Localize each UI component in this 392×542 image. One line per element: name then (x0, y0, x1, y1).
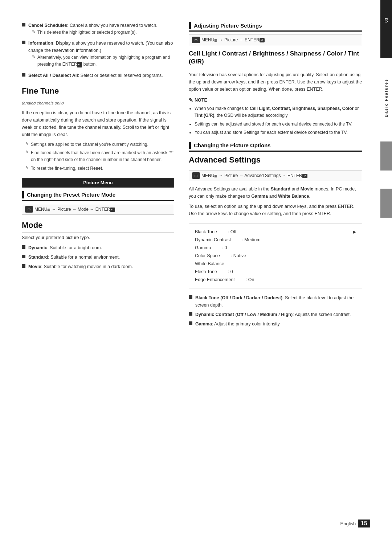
note-box: ✎ NOTE When you make changes to Cell Lig… (189, 97, 362, 136)
bullet-square-dynamic-contrast (189, 312, 192, 316)
advanced-settings-body1: All Advance Settings are available in th… (189, 185, 362, 200)
chapter-number: 03 (384, 17, 388, 22)
fine-tune-note-3-text: To reset the fine-tuning, select Reset. (31, 165, 103, 172)
black-tone-label: Black Tone (195, 229, 217, 234)
mode-dynamic-text: Dynamic: Suitable for a bright room. (28, 244, 102, 251)
main-content: Cancel Schedules: Cancel a show you have… (0, 0, 380, 542)
advanced-settings-path-text: MENU▦ → Picture → Advanced Settings → EN… (201, 173, 307, 178)
cell-light-body: Your television has several options for … (189, 71, 362, 93)
flesh-tone-label: Flesh Tone (195, 269, 217, 274)
note-pencil-icon-main: ✎ (189, 97, 193, 103)
information-text: Information: Display a show you have res… (28, 40, 174, 54)
menu-icon-3: m (192, 172, 200, 179)
bullet-gamma-desc: Gamma: Adjust the primary color intensit… (189, 320, 362, 328)
note-bullets-list: When you make changes to Cell Light, Con… (189, 105, 362, 136)
side-gray-bar (380, 141, 392, 171)
bullet-information: Information: Display a show you have res… (22, 40, 174, 69)
fine-tune-note-2: ✎ Fine tuned channels that have been sav… (22, 149, 174, 163)
bullet-square-standard (22, 255, 25, 258)
adjusting-picture-section: Adjusting Picture Settings m MENU▦ → Pic… (189, 22, 362, 45)
dynamic-contrast-label: Dynamic Contrast (195, 237, 231, 242)
settings-row-dynamic-contrast: Dynamic Contrast : Medium (195, 236, 356, 244)
dynamic-contrast-value: : Medium (231, 237, 356, 242)
right-column: Adjusting Picture Settings m MENU▦ → Pic… (189, 22, 362, 520)
advanced-settings-body2: To use, select an option using the up an… (189, 203, 362, 217)
fine-tune-section: Fine Tune (analog channels only) If the … (22, 86, 174, 172)
cancel-schedules-note-text: This deletes the highlighted or selected… (37, 29, 136, 36)
bullet-square (22, 23, 25, 26)
bullet-square-dynamic (22, 245, 25, 249)
note-bullet-3: You can adjust and store Settings for ea… (195, 129, 362, 136)
settings-row-white-balance: White Balance (195, 260, 356, 268)
advanced-settings-heading: Advanced Settings (189, 155, 362, 167)
select-all-text: Select All / Deselect All: Select or des… (28, 72, 163, 79)
black-tone-value: : Off (217, 229, 353, 234)
mode-movie-text: Movie: Suitable for watching movies in a… (28, 263, 133, 270)
side-gray-bar2 (380, 189, 392, 218)
bullet-square-gamma (189, 321, 192, 325)
adjusting-picture-path-text: MENU▦ → Picture → ENTER↵ (201, 37, 265, 42)
advanced-settings-menu-path: m MENU▦ → Picture → Advanced Settings → … (189, 170, 362, 181)
changing-options-section: Changing the Picture Options (189, 142, 362, 152)
note-pencil-icon-5: ✎ (25, 165, 29, 172)
changing-preset-path-text: MENU▦ → Picture → Mode → ENTER↵ (34, 207, 115, 212)
adjusting-picture-header: Adjusting Picture Settings (189, 22, 362, 32)
changing-preset-header: Changing the Preset Picture Mode (22, 191, 174, 201)
settings-row-edge-enhancement: Edge Enhancement : On (195, 276, 356, 284)
information-note-text: Alternatively, you can view Information … (37, 54, 174, 68)
menu-icon-2: m (192, 37, 200, 43)
edge-enhancement-label: Edge Enhancement (195, 277, 235, 282)
fine-tune-body: If the reception is clear, you do not ha… (22, 109, 174, 138)
settings-row-black-tone: Black Tone : Off ▶ (195, 228, 356, 236)
mode-description: Select your preferred picture type. (22, 234, 174, 241)
note-pencil-icon-4: ✎ (25, 150, 29, 163)
color-space-label: Color Space (195, 253, 220, 258)
changing-preset-menu-path: m MENU▦ → Picture → Mode → ENTER↵ (22, 204, 174, 215)
bullet-square-black-tone (189, 295, 192, 299)
page-number-box: 15 (358, 520, 370, 527)
bullet-select-all: Select All / Deselect All: Select or des… (22, 72, 174, 79)
mode-dynamic: Dynamic: Suitable for a bright room. (22, 244, 174, 251)
side-tab-label: Basic Features (380, 62, 392, 134)
settings-table: Black Tone : Off ▶ Dynamic Contrast : Me… (189, 223, 362, 288)
changing-options-header: Changing the Picture Options (189, 142, 362, 152)
mode-heading: Mode (22, 221, 174, 233)
mode-movie: Movie: Suitable for watching movies in a… (22, 263, 174, 270)
changing-preset-section: Changing the Preset Picture Mode m MENU▦… (22, 191, 174, 215)
gamma-label: Gamma (195, 245, 211, 250)
note-title: ✎ NOTE (189, 97, 362, 103)
note-bullet-2: Settings can be adjusted and stored for … (195, 121, 362, 128)
mode-standard-text: Standard: Suitable for a normal environm… (28, 254, 120, 261)
changing-preset-heading: Changing the Preset Picture Mode (27, 192, 115, 198)
information-note: ✎ Alternatively, you can view Informatio… (28, 54, 174, 68)
chapter-label: Basic Features (384, 79, 388, 117)
cancel-schedules-text: Cancel Schedules: Cancel a show you have… (28, 22, 158, 29)
fine-tune-note-2-text: Fine tuned channels that have been saved… (31, 149, 174, 163)
bullet-cancel-schedules: Cancel Schedules: Cancel a show you have… (22, 22, 174, 37)
section-bar (22, 191, 24, 198)
fine-tune-note-1: ✎ Settings are applied to the channel yo… (22, 141, 174, 148)
settings-row-gamma: Gamma : 0 (195, 244, 356, 252)
gamma-value: : 0 (211, 245, 356, 250)
adjusting-picture-heading: Adjusting Picture Settings (194, 22, 262, 29)
cell-light-section: Cell Light / Contrast / Brightness / Sha… (189, 50, 362, 93)
side-tab-black (380, 0, 392, 58)
note-pencil-icon-2: ✎ (32, 54, 35, 68)
picture-menu-bar: Picture Menu (22, 178, 174, 188)
note-pencil-icon: ✎ (32, 29, 35, 36)
advanced-settings-section: Advanced Settings m MENU▦ → Picture → Ad… (189, 155, 362, 328)
bullet-square-3 (22, 73, 25, 77)
side-tab: 03 Basic Features (380, 0, 392, 542)
bullet-square-2 (22, 41, 25, 44)
black-tone-arrow: ▶ (353, 229, 356, 234)
dynamic-contrast-desc: Dynamic Contrast (Off / Low / Medium / H… (195, 311, 351, 318)
note-label: NOTE (195, 98, 207, 103)
note-pencil-icon-3: ✎ (25, 141, 29, 148)
flesh-tone-value: : 0 (217, 269, 356, 274)
section-bar-3 (189, 142, 191, 149)
mode-standard: Standard: Suitable for a normal environm… (22, 254, 174, 261)
adjusting-picture-menu-path: m MENU▦ → Picture → ENTER↵ (189, 34, 362, 45)
analog-note: (analog channels only) (22, 100, 174, 106)
fine-tune-note-3: ✎ To reset the fine-tuning, select Reset… (22, 165, 174, 172)
settings-row-color-space: Color Space : Native (195, 252, 356, 260)
